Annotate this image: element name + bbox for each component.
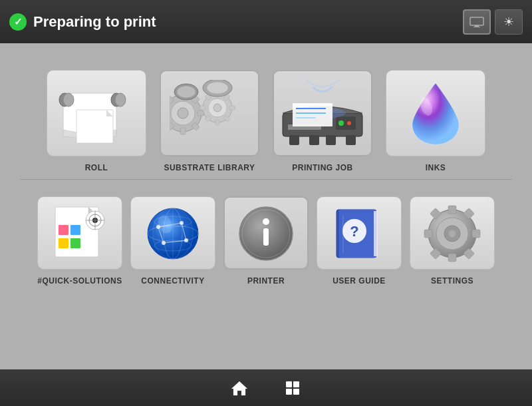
printing-illustration — [276, 77, 369, 150]
svg-point-22 — [213, 104, 221, 112]
cards-row-2: #QUICK-SOLUTIONS — [0, 180, 532, 292]
sun-icon: ☀ — [503, 15, 514, 29]
substrate-illustration — [170, 80, 249, 146]
card-substrate[interactable]: SUBSTRATE LIBRARY — [160, 70, 259, 172]
grid-icon — [285, 380, 301, 396]
svg-rect-101 — [293, 389, 299, 395]
main-content: ROLL — [0, 43, 532, 406]
home-button[interactable] — [213, 373, 266, 403]
card-user-guide-icon: ? — [317, 196, 402, 270]
svg-rect-54 — [70, 238, 80, 248]
svg-point-39 — [347, 121, 351, 125]
card-user-guide[interactable]: ? USER GUIDE — [317, 196, 402, 286]
svg-rect-98 — [286, 381, 292, 387]
inks-illustration — [402, 77, 469, 150]
status-check-icon — [9, 13, 27, 31]
svg-point-32 — [177, 86, 196, 98]
roll-illustration — [57, 80, 136, 146]
display-button[interactable] — [463, 9, 491, 35]
card-printer-label: PRINTER — [247, 276, 285, 286]
card-inks[interactable]: INKS — [386, 70, 485, 172]
svg-rect-24 — [215, 120, 219, 125]
svg-text:?: ? — [350, 223, 358, 240]
card-inks-icon — [386, 70, 485, 156]
svg-rect-89 — [472, 230, 480, 238]
header: Preparing to print ☀ — [0, 0, 532, 43]
svg-rect-13 — [180, 128, 186, 134]
display-icon — [469, 17, 484, 27]
svg-rect-25 — [229, 106, 235, 110]
header-controls: ☀ — [463, 9, 523, 35]
brightness-button[interactable]: ☀ — [495, 9, 523, 35]
card-inks-label: INKS — [426, 163, 446, 172]
card-settings-label: SETTINGS — [431, 276, 473, 286]
svg-rect-79 — [263, 228, 269, 246]
card-connectivity-label: CONNECTIVITY — [141, 276, 204, 286]
card-user-guide-label: USER GUIDE — [332, 276, 386, 286]
svg-rect-41 — [309, 135, 319, 145]
svg-rect-88 — [448, 254, 456, 262]
svg-point-78 — [263, 218, 269, 225]
svg-point-7 — [115, 93, 126, 106]
card-printer[interactable]: PRINTER — [223, 196, 309, 286]
svg-rect-52 — [59, 238, 68, 248]
svg-rect-90 — [424, 230, 432, 238]
guide-illustration: ? — [325, 202, 394, 265]
card-settings-icon — [410, 196, 495, 270]
card-printing-label: PRINTING JOB — [292, 163, 352, 172]
svg-rect-1 — [475, 25, 479, 27]
svg-point-97 — [448, 230, 456, 238]
svg-rect-42 — [326, 135, 336, 145]
header-left: Preparing to print — [9, 13, 156, 31]
grid-button[interactable] — [266, 373, 319, 403]
card-substrate-icon — [160, 70, 259, 156]
svg-rect-100 — [286, 389, 292, 395]
card-roll-icon — [47, 70, 146, 156]
svg-rect-87 — [448, 206, 456, 214]
svg-rect-53 — [70, 225, 80, 235]
svg-rect-2 — [473, 27, 480, 27]
card-roll[interactable]: ROLL — [47, 70, 146, 172]
printer-illustration — [231, 202, 301, 265]
svg-rect-45 — [293, 103, 332, 126]
svg-rect-26 — [200, 106, 205, 110]
card-printer-icon — [223, 196, 309, 270]
card-quick-solutions[interactable]: #QUICK-SOLUTIONS — [37, 196, 122, 286]
card-quick-icon — [37, 196, 122, 270]
settings-illustration — [418, 202, 487, 265]
card-settings[interactable]: SETTINGS — [410, 196, 495, 286]
svg-rect-51 — [59, 225, 68, 235]
card-roll-label: ROLL — [85, 163, 108, 172]
bottom-bar — [0, 369, 532, 406]
svg-point-34 — [207, 82, 228, 94]
card-connectivity-icon — [130, 196, 215, 270]
card-printing-icon — [273, 70, 372, 156]
quick-illustration — [45, 202, 115, 265]
svg-rect-40 — [289, 135, 299, 145]
svg-point-11 — [178, 108, 188, 118]
home-icon — [230, 379, 249, 397]
card-printing[interactable]: PRINTING JOB — [273, 70, 372, 172]
svg-point-38 — [338, 120, 344, 126]
svg-rect-82 — [374, 211, 378, 256]
connectivity-illustration — [138, 202, 208, 265]
svg-rect-0 — [470, 17, 483, 25]
page-title: Preparing to print — [33, 13, 156, 31]
card-connectivity[interactable]: CONNECTIVITY — [130, 196, 215, 286]
svg-point-5 — [63, 93, 74, 106]
card-substrate-label: SUBSTRATE LIBRARY — [164, 163, 255, 172]
card-quick-label: #QUICK-SOLUTIONS — [37, 276, 122, 286]
svg-rect-43 — [346, 135, 356, 145]
cards-row-1: ROLL — [0, 43, 532, 179]
svg-rect-99 — [293, 381, 299, 387]
